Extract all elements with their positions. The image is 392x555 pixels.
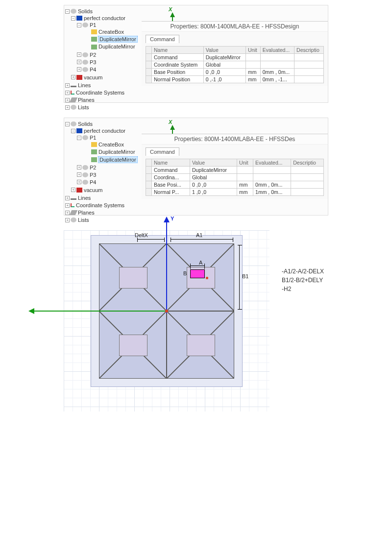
origin-point — [165, 310, 168, 313]
tree-item-dupmirror-2[interactable]: DuplicateMirror — [85, 155, 141, 163]
cell-eval[interactable] — [253, 167, 291, 174]
horn-q1 — [99, 243, 167, 311]
viewport-axis: X — [142, 5, 328, 20]
model-tree[interactable]: −Solids −perfect conductor −P1 CreateBox… — [64, 118, 142, 215]
cell-eval[interactable] — [260, 54, 294, 61]
tab-command[interactable]: Command — [146, 35, 179, 43]
plane-icon — [70, 210, 78, 215]
cell-name[interactable]: Base Position — [152, 69, 204, 76]
properties-table[interactable]: Name Value Unit Evaluated... Descriptio … — [146, 46, 324, 83]
table-row[interactable]: Coordinate SystemGlobal — [146, 61, 324, 69]
tree-item-dupmirror-2[interactable]: DuplicateMirror — [85, 43, 141, 50]
cell-name[interactable]: Base Posi... — [152, 181, 190, 189]
cell-unit[interactable] — [237, 167, 253, 174]
tab-command[interactable]: Command — [146, 147, 179, 156]
cell-eval[interactable]: 0mm , 0m... — [260, 69, 294, 76]
cell-value[interactable]: DuplicateMirror — [203, 54, 245, 61]
cell-unit[interactable]: mm — [245, 76, 260, 83]
cell-value[interactable]: 0 ,0 ,0 — [203, 69, 245, 76]
model-viewport[interactable]: DeltX A1 B1 A B Y -A1/2-A/2-DELX B1/2-B/… — [64, 230, 338, 411]
lines-icon — [71, 198, 76, 200]
model-tree[interactable]: −Solids −perfect conductor −P1 CreateBox… — [64, 5, 142, 102]
mirror-icon — [91, 157, 97, 162]
table-row[interactable]: Normal P...1 ,0 ,0mm1mm , 0m... — [146, 189, 324, 196]
cell-eval[interactable] — [260, 61, 294, 69]
toggle-icon[interactable]: + — [77, 52, 81, 57]
toggle-icon[interactable]: + — [77, 60, 81, 64]
cell-desc[interactable] — [291, 167, 324, 174]
material-icon — [76, 75, 82, 80]
dim-deltx — [137, 239, 165, 240]
object-icon — [82, 165, 88, 170]
table-row[interactable]: CommandDuplicateMirror — [146, 167, 324, 174]
col-name[interactable]: Name — [152, 47, 204, 54]
cell-unit[interactable]: mm — [237, 181, 253, 189]
cell-name[interactable]: Normal Position — [152, 76, 204, 83]
table-row[interactable]: Base Posi...0 ,0 ,0mm0mm , 0m... — [146, 181, 324, 189]
cell-desc[interactable] — [294, 54, 324, 61]
col-value[interactable]: Value — [203, 47, 245, 54]
cell-name[interactable]: Coordina... — [152, 174, 190, 181]
toggle-icon[interactable]: + — [71, 75, 75, 79]
table-row[interactable]: Normal Position0 ,-1 ,0mm0mm , -1... — [146, 76, 324, 83]
properties-window: Properties: 800M-1400MLABA-EE - HFSSDes … — [142, 134, 328, 199]
toggle-icon[interactable]: − — [65, 9, 70, 14]
port-box — [190, 269, 205, 278]
label-a1: A1 — [196, 232, 202, 238]
cell-name[interactable]: Command — [152, 54, 204, 61]
cell-unit[interactable] — [237, 174, 253, 181]
cell-value[interactable]: Global — [203, 61, 245, 69]
cell-value[interactable]: 0 ,-1 ,0 — [203, 76, 245, 83]
toggle-icon[interactable]: + — [65, 98, 70, 102]
col-desc[interactable]: Descriptio — [294, 47, 324, 54]
cell-eval[interactable]: 0mm , 0m... — [253, 181, 291, 189]
lists-icon — [71, 217, 76, 222]
cell-desc[interactable] — [294, 61, 324, 69]
solids-icon — [71, 121, 76, 126]
toggle-icon[interactable]: + — [65, 91, 70, 95]
cell-eval[interactable]: 1mm , 0m... — [253, 189, 291, 196]
properties-table[interactable]: Name Value Unit Evaluated... Descriptio … — [146, 159, 324, 196]
label-b: B — [183, 270, 187, 276]
coord-icon — [71, 203, 74, 207]
col-eval[interactable]: Evaluated... — [260, 47, 294, 54]
viewport-axis: X — [142, 118, 328, 133]
object-icon — [82, 67, 88, 72]
cell-desc[interactable] — [291, 189, 324, 196]
cell-name[interactable]: Command — [152, 167, 190, 174]
cell-unit[interactable]: mm — [245, 69, 260, 76]
properties-title: Properties: 800M-1400MLABA-EE - HFSSDesi… — [142, 22, 328, 32]
cell-desc[interactable] — [291, 174, 324, 181]
cell-value[interactable]: 1 ,0 ,0 — [190, 189, 237, 196]
object-icon — [82, 23, 88, 27]
toggle-icon[interactable]: − — [71, 16, 75, 21]
object-icon — [82, 52, 88, 57]
port-vertex — [206, 277, 208, 279]
cell-desc[interactable] — [294, 69, 324, 76]
axis-x-line — [34, 311, 167, 312]
toggle-icon[interactable]: + — [65, 83, 70, 88]
object-icon — [82, 135, 88, 140]
cell-value[interactable]: DuplicateMirror — [190, 167, 237, 174]
cell-name[interactable]: Normal P... — [152, 189, 190, 196]
table-row[interactable]: Coordina...Global — [146, 174, 324, 181]
cell-eval[interactable] — [253, 174, 291, 181]
mirror-icon — [91, 37, 97, 42]
cell-value[interactable]: 0 ,0 ,0 — [190, 181, 237, 189]
tree-item-dupmirror-1[interactable]: DuplicateMirror — [85, 35, 141, 43]
cell-desc[interactable] — [294, 76, 324, 83]
cell-eval[interactable]: 0mm , -1... — [260, 76, 294, 83]
cell-value[interactable]: Global — [190, 174, 237, 181]
toggle-icon[interactable]: + — [77, 67, 81, 72]
table-row[interactable]: Base Position0 ,0 ,0mm0mm , 0m... — [146, 69, 324, 76]
toggle-icon[interactable]: − — [77, 23, 81, 27]
cell-unit[interactable]: mm — [237, 189, 253, 196]
cell-name[interactable]: Coordinate System — [152, 61, 204, 69]
table-row[interactable]: CommandDuplicateMirror — [146, 54, 324, 61]
cell-desc[interactable] — [291, 181, 324, 189]
cell-unit[interactable] — [245, 54, 260, 61]
cell-unit[interactable] — [245, 61, 260, 69]
lines-icon — [71, 86, 76, 87]
toggle-icon[interactable]: + — [65, 105, 70, 110]
col-unit[interactable]: Unit — [245, 47, 260, 54]
